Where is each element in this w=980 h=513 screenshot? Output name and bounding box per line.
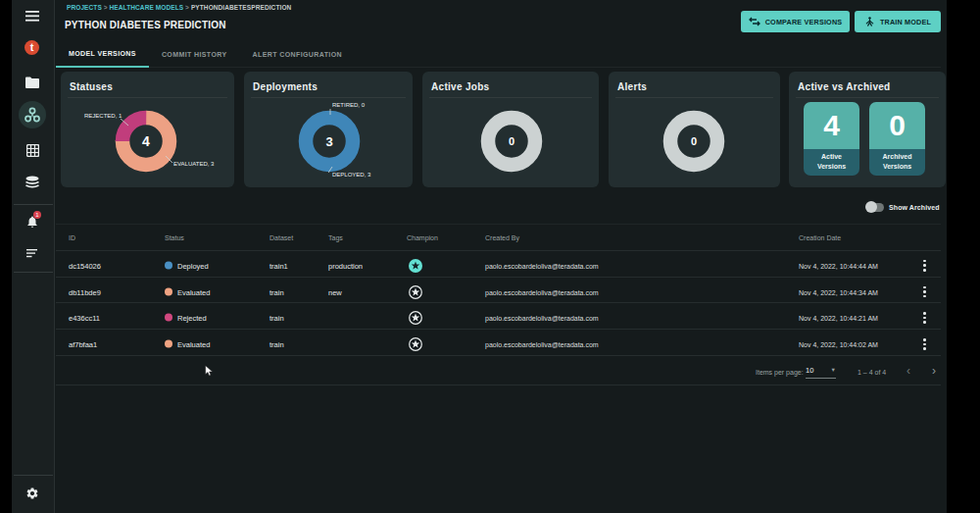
svg-text:0: 0 — [691, 135, 697, 147]
svg-text:3: 3 — [325, 134, 332, 149]
svg-text:4: 4 — [142, 133, 150, 149]
svg-text:0: 0 — [509, 135, 514, 147]
